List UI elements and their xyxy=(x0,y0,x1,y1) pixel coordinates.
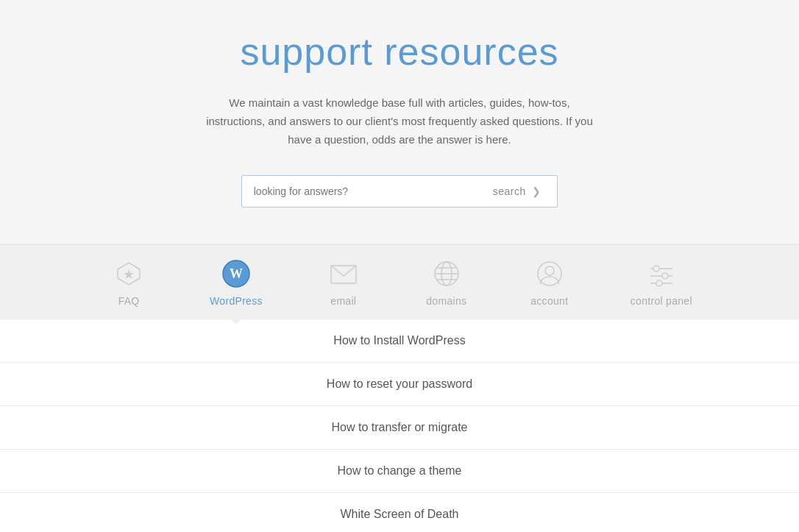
search-button-label: search xyxy=(493,185,526,197)
article-link-5[interactable]: White Screen of Death xyxy=(341,508,459,520)
svg-point-18 xyxy=(656,280,662,286)
tab-email-label: email xyxy=(330,295,356,307)
tab-account[interactable]: account xyxy=(498,245,601,319)
tab-wordpress-label: WordPress xyxy=(210,295,263,307)
article-link-1[interactable]: How to Install WordPress xyxy=(333,334,465,347)
nav-tabs: ★ FAQ W WordPress xyxy=(77,245,722,319)
search-button[interactable]: search ❯ xyxy=(477,175,558,208)
list-item[interactable]: How to transfer or migrate xyxy=(0,406,799,450)
article-link-2[interactable]: How to reset your password xyxy=(327,377,472,390)
tab-control-panel-label: control panel xyxy=(631,295,692,307)
svg-point-12 xyxy=(545,266,554,275)
tab-email[interactable]: email xyxy=(292,245,395,319)
svg-point-16 xyxy=(653,266,659,272)
tab-faq-label: FAQ xyxy=(118,295,140,307)
svg-text:W: W xyxy=(230,266,243,281)
tab-wordpress[interactable]: W WordPress xyxy=(180,245,292,319)
list-item[interactable]: How to reset your password xyxy=(0,363,799,406)
tab-control-panel[interactable]: control panel xyxy=(601,245,722,319)
faq-icon: ★ xyxy=(113,258,144,289)
svg-point-17 xyxy=(662,273,668,279)
svg-point-11 xyxy=(538,262,561,285)
page-wrapper: support resources We maintain a vast kno… xyxy=(0,0,799,532)
tab-account-label: account xyxy=(530,295,568,307)
control-panel-icon xyxy=(646,258,677,289)
list-item[interactable]: How to change a theme xyxy=(0,450,799,493)
page-title: support resources xyxy=(240,29,558,74)
page-subtitle: We maintain a vast knowledge base full w… xyxy=(201,94,598,149)
search-input[interactable] xyxy=(241,175,477,208)
nav-tabs-section: ★ FAQ W WordPress xyxy=(0,244,799,319)
articles-list: How to Install WordPress How to reset yo… xyxy=(0,319,799,532)
content-section: How to Install WordPress How to reset yo… xyxy=(0,319,799,532)
tab-domains-label: domains xyxy=(426,295,466,307)
account-icon xyxy=(534,258,565,289)
chevron-right-icon: ❯ xyxy=(532,185,541,197)
svg-text:★: ★ xyxy=(123,267,135,282)
wordpress-icon: W xyxy=(221,258,252,289)
hero-section: support resources We maintain a vast kno… xyxy=(0,0,799,244)
search-row: search ❯ xyxy=(241,175,558,208)
article-link-4[interactable]: How to change a theme xyxy=(338,464,462,477)
domains-icon xyxy=(431,258,462,289)
tab-faq[interactable]: ★ FAQ xyxy=(77,245,180,319)
list-item[interactable]: How to Install WordPress xyxy=(0,319,799,363)
article-link-3[interactable]: How to transfer or migrate xyxy=(332,421,468,433)
email-icon xyxy=(328,258,359,289)
tab-domains[interactable]: domains xyxy=(395,245,498,319)
list-item[interactable]: White Screen of Death xyxy=(0,493,799,532)
